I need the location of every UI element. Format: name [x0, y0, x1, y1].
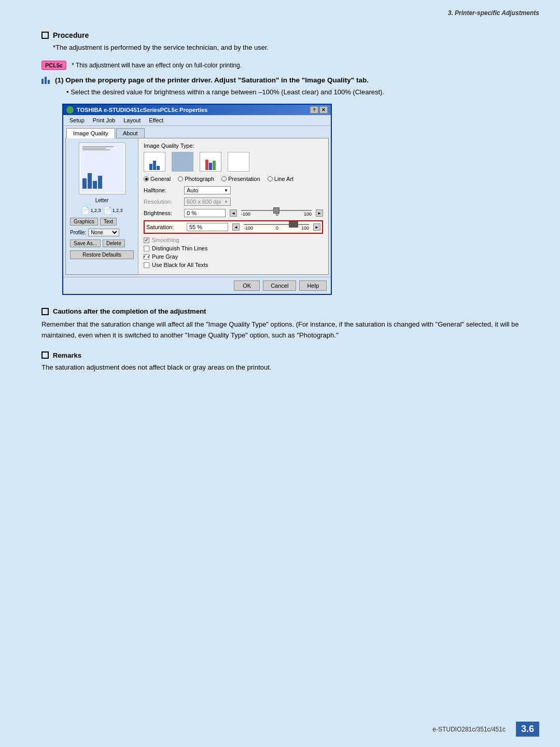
profile-row: Profile: None [70, 229, 134, 236]
saturation-slider-labels: -100 0 100 [244, 225, 309, 231]
text-button[interactable]: Text [100, 218, 117, 225]
remarks-section: Remarks The saturation adjustment does n… [41, 351, 529, 371]
smoothing-label: Smoothing [152, 237, 179, 243]
profile-label: Profile: [70, 230, 86, 235]
resolution-label: Resolution: [144, 199, 180, 205]
saturation-value: 55 % [187, 223, 228, 231]
page-num-left-text: 1,2,3 [90, 208, 101, 213]
image-type-radios: General Photograph Presentation Lin [144, 176, 323, 182]
use-black-label: Use Black for All Texts [152, 262, 208, 268]
menu-setup[interactable]: Setup [65, 116, 89, 124]
delete-button[interactable]: Delete [103, 239, 125, 247]
titlebar-buttons[interactable]: ? ✕ [310, 106, 328, 114]
use-black-row: Use Black for All Texts [144, 262, 323, 268]
distinguish-label: Distinguish Thin Lines [152, 245, 207, 251]
preview-image [79, 143, 125, 194]
page-footer: e-STUDIO281c/351c/451c 3.6 [432, 722, 539, 737]
distinguish-checkbox[interactable] [144, 246, 149, 251]
profile-select[interactable]: None [88, 229, 119, 236]
step1-text: (1) Open the property page of the printe… [55, 76, 369, 84]
radio-presentation[interactable]: Presentation [221, 176, 260, 182]
cancel-button[interactable]: Cancel [263, 280, 296, 291]
cautions-section: Cautions after the completion of the adj… [41, 307, 529, 341]
distinguish-row: Distinguish Thin Lines [144, 245, 323, 251]
pcl-badge: PCL5c [41, 61, 66, 70]
saturation-slider-thumb[interactable] [289, 221, 298, 228]
saturation-max-label: 100 [301, 225, 309, 231]
graphics-text-buttons: Graphics Text [70, 218, 134, 225]
saturation-increase-btn[interactable]: ► [313, 223, 320, 231]
radio-general-label: General [150, 176, 171, 182]
remarks-body: The saturation adjustment does not affec… [41, 363, 529, 371]
halftone-label: Halftone: [144, 187, 180, 193]
menu-layout[interactable]: Layout [119, 116, 145, 124]
radio-photograph-circle [178, 176, 183, 181]
pure-gray-label: Pure Gray [152, 253, 178, 260]
preview-page-numbers: 📄 1,2,3 📄 1,2,3 [81, 206, 122, 215]
pcl-badge-row: PCL5c * This adjustment will have an eff… [41, 61, 529, 70]
brightness-increase-btn[interactable]: ► [316, 209, 323, 217]
cautions-checkbox-icon [41, 308, 49, 315]
remarks-title: Remarks [53, 351, 81, 359]
saturation-slider-container: -100 0 100 [244, 224, 309, 231]
image-quality-section-title: Image Quality Type: [144, 143, 323, 149]
menu-print-job[interactable]: Print Job [89, 116, 119, 124]
resolution-row: Resolution: 600 x 600 dpi ▼ [144, 198, 323, 206]
cautions-title: Cautions after the completion of the adj… [53, 307, 206, 315]
pure-gray-row: ✓ Pure Gray [144, 253, 323, 260]
procedure-title: Procedure [53, 31, 89, 39]
page-num-right-text: 1,2,3 [113, 208, 123, 213]
help-titlebar-button[interactable]: ? [310, 106, 318, 114]
halftone-arrow: ▼ [224, 188, 228, 193]
cautions-heading: Cautions after the completion of the adj… [41, 307, 529, 315]
saturation-slider-track[interactable] [244, 224, 309, 225]
tab-bar: Image Quality About [63, 126, 331, 138]
saturation-decrease-btn[interactable]: ◄ [232, 223, 240, 231]
halftone-dropdown[interactable]: Auto ▼ [184, 186, 231, 194]
brightness-slider-track[interactable] [241, 210, 312, 211]
halftone-value: Auto [187, 187, 199, 193]
graphics-button[interactable]: Graphics [70, 218, 98, 225]
footer-page-num: 3.6 [516, 722, 539, 737]
pcl-note: * This adjustment will have an effect on… [72, 62, 242, 69]
radio-general[interactable]: General [144, 176, 171, 182]
brightness-max-label: 100 [304, 212, 312, 217]
dialog-container: TOSHIBA e-STUDIO451cSeriesPCL5c Properti… [62, 104, 332, 295]
remarks-checkbox-icon [41, 351, 49, 359]
step1-bullet: • Select the desired value for brightnes… [66, 88, 529, 96]
radio-photograph[interactable]: Photograph [178, 176, 214, 182]
menu-effect[interactable]: Effect [145, 116, 167, 124]
resolution-dropdown: 600 x 600 dpi ▼ [184, 198, 231, 206]
radio-presentation-label: Presentation [228, 176, 260, 182]
tab-about[interactable]: About [116, 128, 145, 138]
halftone-row: Halftone: Auto ▼ [144, 186, 323, 194]
image-type-presentation-thumb [200, 152, 221, 172]
menu-bar: Setup Print Job Layout Effect [63, 115, 331, 126]
restore-defaults-button[interactable]: Restore Defaults [70, 250, 134, 259]
help-button[interactable]: Help [299, 280, 327, 291]
page-num-left: 📄 1,2,3 [81, 206, 101, 215]
radio-lineart-circle [268, 176, 273, 181]
tab-image-quality[interactable]: Image Quality [66, 128, 115, 138]
ok-button[interactable]: OK [234, 280, 260, 291]
saturation-zero-label: 0 [276, 225, 278, 231]
pure-gray-checkbox[interactable]: ✓ [144, 254, 149, 260]
save-as-button[interactable]: Save As... [70, 239, 101, 247]
brightness-decrease-btn[interactable]: ◄ [230, 209, 237, 217]
close-titlebar-button[interactable]: ✕ [319, 106, 328, 114]
radio-lineart-label: Line Art [274, 176, 293, 182]
brightness-slider-thumb[interactable] [273, 207, 279, 214]
bar1 [41, 79, 44, 84]
brightness-slider-container: -100 0 100 [241, 210, 312, 217]
use-black-checkbox[interactable] [144, 262, 149, 268]
cautions-body: Remember that the saturation change will… [41, 319, 529, 341]
dialog-buttons: OK Cancel Help [63, 277, 331, 294]
titlebar-title: TOSHIBA e-STUDIO451cSeriesPCL5c Properti… [66, 106, 207, 114]
procedure-section: Procedure *The adjustment is performed b… [41, 31, 529, 51]
radio-lineart[interactable]: Line Art [268, 176, 293, 182]
win-titlebar: TOSHIBA e-STUDIO451cSeriesPCL5c Properti… [63, 105, 331, 115]
brightness-row: Brightness: 0 % ◄ -100 0 100 [144, 209, 323, 217]
footer-model-text: e-STUDIO281c/351c/451c [432, 726, 506, 733]
image-type-thumbnails [144, 152, 323, 172]
lineart-thumb-img [228, 152, 249, 172]
